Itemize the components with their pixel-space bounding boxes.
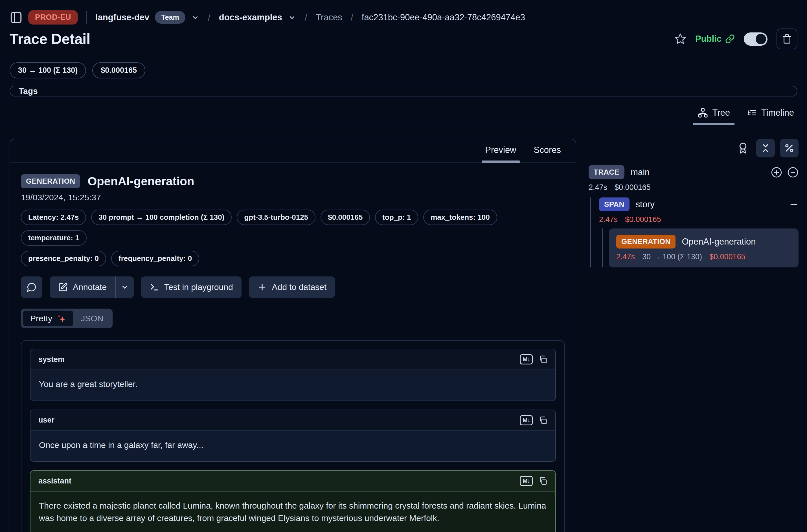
public-share-link[interactable]: Public (695, 34, 735, 44)
tab-preview[interactable]: Preview (477, 139, 524, 163)
sidebar-toggle-button[interactable] (10, 11, 23, 24)
copy-button[interactable] (538, 416, 547, 425)
copy-button[interactable] (538, 476, 547, 486)
environment-badge[interactable]: PROD-EU (28, 10, 78, 24)
model-pill[interactable]: gpt-3.5-turbo-0125 (237, 210, 316, 225)
tags-input[interactable]: Tags (10, 86, 797, 96)
scores-award-button[interactable] (737, 142, 749, 154)
minus-icon (789, 200, 799, 209)
span-node[interactable]: SPAN story (599, 197, 799, 211)
test-in-playground-label: Test in playground (164, 282, 233, 292)
breadcrumb-project[interactable]: docs-examples (219, 13, 282, 23)
generation-type-badge: GENERATION (616, 235, 676, 248)
markdown-toggle-icon[interactable]: M↓ (520, 354, 533, 364)
max-tokens-pill[interactable]: max_tokens: 100 (423, 210, 497, 225)
span-cost: $0.000165 (625, 215, 661, 224)
trace-cost: $0.000165 (615, 183, 651, 192)
generation-node-selected[interactable]: GENERATION OpenAI-generation 2.47s 30 → … (609, 228, 799, 267)
trace-children: SPAN story 2.47s $0.000165 (590, 197, 799, 267)
generation-tokens: 30 → 100 (Σ 130) (642, 252, 702, 261)
pretty-toggle-option[interactable]: Pretty (23, 310, 73, 326)
message-tools: M↓ (520, 476, 547, 486)
sparkles-icon (56, 314, 66, 323)
trace-metrics: 2.47s $0.000165 (588, 183, 799, 192)
chevron-down-icon[interactable] (288, 13, 296, 22)
show-metrics-percent-button[interactable] (780, 139, 799, 157)
observation-actions: Annotate Test in playground (21, 277, 565, 298)
tree-icon (698, 108, 708, 118)
cost-pill[interactable]: $0.000165 (321, 210, 370, 225)
tags-label: Tags (19, 86, 38, 96)
annotate-dropdown-button[interactable] (115, 277, 134, 298)
generation-metrics: 2.47s 30 → 100 (Σ 130) $0.000165 (616, 252, 791, 261)
panel-left-icon (10, 11, 23, 24)
observation-header: GENERATION OpenAI-generation (21, 174, 565, 188)
award-icon (737, 142, 749, 154)
observation-parameter-pills: Latency: 2.47s 30 prompt → 100 completio… (21, 210, 565, 266)
terminal-icon (150, 282, 159, 292)
temperature-pill[interactable]: temperature: 1 (21, 230, 87, 246)
message-system: system M↓ You are a great storytelle (30, 349, 556, 401)
markdown-toggle-icon[interactable]: M↓ (520, 415, 533, 425)
page-title: Trace Detail (10, 31, 90, 48)
add-to-dataset-label: Add to dataset (272, 282, 326, 292)
generation-node-row: GENERATION OpenAI-generation (616, 235, 791, 248)
span-latency: 2.47s (599, 215, 618, 224)
breadcrumb-trace-id: fac231bc-90ee-490a-aa32-78c4269474e3 (362, 13, 525, 23)
trace-node[interactable]: TRACE main (588, 165, 799, 179)
add-to-dataset-button[interactable]: Add to dataset (249, 277, 335, 298)
tab-tree[interactable]: Tree (691, 104, 737, 125)
frequency-penalty-pill[interactable]: frequency_penalty: 0 (111, 251, 199, 266)
list-tree-icon (747, 108, 757, 118)
tab-tree-label: Tree (712, 108, 730, 118)
pretty-label: Pretty (30, 314, 52, 323)
bookmark-star-button[interactable] (674, 33, 686, 45)
token-usage-pill[interactable]: 30 → 100 (Σ 130) (10, 62, 86, 78)
collapse-all-circle-button[interactable] (787, 167, 799, 178)
trace-name: main (631, 167, 650, 177)
breadcrumb-traces[interactable]: Traces (316, 13, 342, 23)
observation-detail-card: Preview Scores GENERATION OpenAI-generat… (10, 139, 576, 532)
main-content: Preview Scores GENERATION OpenAI-generat… (10, 139, 799, 532)
tab-timeline-label: Timeline (761, 108, 794, 118)
star-icon (674, 33, 686, 45)
presence-penalty-pill[interactable]: presence_penalty: 0 (21, 251, 106, 266)
breadcrumb-org[interactable]: langfuse-dev (95, 13, 149, 23)
format-toggle: Pretty JSON (21, 309, 113, 328)
observation-type-badge: GENERATION (21, 174, 80, 188)
comment-button[interactable] (21, 277, 42, 298)
cost-pill[interactable]: $0.000165 (92, 62, 145, 78)
top-p-pill[interactable]: top_p: 1 (375, 210, 418, 225)
token-usage-pill[interactable]: 30 prompt → 100 completion (Σ 130) (91, 210, 232, 225)
copy-button[interactable] (538, 355, 547, 364)
json-toggle-option[interactable]: JSON (73, 310, 111, 326)
annotate-button[interactable]: Annotate (50, 277, 115, 298)
collapse-all-button[interactable] (756, 139, 775, 157)
trace-summary-pills: 30 → 100 (Σ 130) $0.000165 (10, 62, 797, 78)
generation-name: OpenAI-generation (682, 237, 756, 247)
delete-trace-button[interactable] (776, 28, 797, 49)
copy-icon (538, 355, 547, 364)
minus-circle-icon (787, 167, 799, 178)
parameter-pills-row: Latency: 2.47s 30 prompt → 100 completio… (21, 210, 565, 246)
latency-pill[interactable]: Latency: 2.47s (21, 210, 86, 225)
fold-vertical-icon (761, 143, 771, 153)
tab-timeline[interactable]: Timeline (740, 104, 801, 125)
tab-scores[interactable]: Scores (526, 139, 569, 163)
collapse-node-button[interactable] (789, 200, 799, 209)
test-in-playground-button[interactable]: Test in playground (141, 277, 242, 298)
chevron-down-icon[interactable] (191, 13, 200, 22)
message-role: user (38, 416, 54, 424)
markdown-toggle-icon[interactable]: M↓ (520, 476, 533, 486)
message-assistant: assistant M↓ There ex (30, 470, 556, 532)
plus-icon (257, 282, 267, 292)
breadcrumb-separator: / (351, 12, 353, 23)
generation-latency: 2.47s (616, 252, 635, 261)
message-tools: M↓ (520, 354, 547, 364)
observation-title: OpenAI-generation (88, 175, 194, 188)
public-label: Public (695, 34, 721, 44)
message-content: There existed a majestic planet called L… (31, 492, 555, 532)
message-role: assistant (38, 477, 71, 486)
expand-all-button[interactable] (771, 167, 782, 178)
public-toggle[interactable] (744, 33, 768, 46)
